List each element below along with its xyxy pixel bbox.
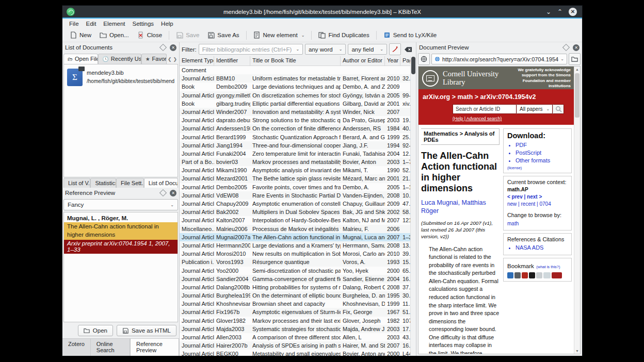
table-row[interactable]: Journal ArticleHerrmann2008Large deviati…: [180, 241, 411, 250]
download-postscript-link[interactable]: PostScript: [516, 149, 568, 157]
table-row[interactable]: Journal ArticleMikami1990Asymptotic anal…: [180, 166, 411, 174]
search-pdf-toggle-button[interactable]: [389, 43, 401, 55]
license-link[interactable]: (license): [507, 166, 568, 170]
save-button[interactable]: Save: [172, 30, 203, 40]
float-panel-icon[interactable]: [159, 189, 167, 196]
send-to-lyx-button[interactable]: Send to LyX/Kile: [379, 30, 441, 40]
col-identifier[interactable]: Identifier: [214, 56, 250, 65]
table-row[interactable]: Journal Articlegyongy.millet05On discret…: [180, 91, 411, 100]
table-row[interactable]: Journal ArticleDembo2005Favorite points,…: [180, 183, 411, 191]
open-external-button[interactable]: [418, 53, 430, 65]
table-row[interactable]: Journal ArticleWinder2007Innovation and …: [180, 108, 411, 116]
arxiv-breadcrumb[interactable]: arXiv.org > math > arXiv:0704.1954v2: [423, 93, 570, 101]
cornell-logo-text[interactable]: Cornell University Library: [443, 70, 498, 87]
table-row[interactable]: Journal ArticleJiang1994Three-and four-d…: [180, 141, 411, 150]
minimize-icon[interactable]: ⌄: [546, 9, 551, 15]
digg-icon[interactable]: [536, 272, 542, 278]
scroll-up-icon[interactable]: ▲: [574, 68, 580, 71]
table-row[interactable]: Comment: [180, 66, 411, 74]
webview-scrollbar-thumb[interactable]: [575, 73, 579, 118]
titlebar[interactable]: mendeley3.bib [/home/fish/git/kbibtex/te…: [62, 6, 582, 18]
tab-statistics[interactable]: Statistics: [90, 178, 116, 188]
arxiv-help-links[interactable]: (Help | Advanced search): [453, 116, 570, 121]
col-element-type[interactable]: Element Type: [180, 56, 214, 65]
tab-reference-preview[interactable]: Reference Preview: [130, 339, 179, 356]
tab-file-settings[interactable]: File Sett...: [116, 178, 144, 188]
table-row[interactable]: Journal ArticleMorosi2010New results on …: [180, 250, 411, 258]
close-panel-icon[interactable]: ✕: [573, 44, 579, 51]
citeulike-icon[interactable]: [507, 272, 513, 278]
arxiv-scope-select[interactable]: All papers ⌄: [517, 104, 553, 114]
table-row[interactable]: Bookgilbarg.truding...Elliptic partial d…: [180, 100, 411, 108]
table-row[interactable]: Journal ArticleBEGK00Metastability and s…: [180, 350, 411, 356]
col-year[interactable]: Year: [385, 56, 400, 65]
table-row[interactable]: Journal ArticleGlover1982Markov processe…: [180, 317, 411, 325]
new-recent-links[interactable]: new | recent | 0704: [507, 201, 568, 208]
paper-authors[interactable]: Luca Mugnai, Matthias Röger: [421, 199, 500, 216]
table-row[interactable]: Journal ArticleMezard2001The Bethe latti…: [180, 174, 411, 183]
filter-field-select[interactable]: any field ⌄: [348, 44, 387, 55]
table-row[interactable]: Part of a Bo...bovier03Markov processes …: [180, 158, 411, 166]
table-row[interactable]: Journal ArticleFix1967bAsymptotic eigenv…: [180, 308, 411, 316]
menu-settings[interactable]: Settings: [129, 20, 158, 28]
arxiv-search-input[interactable]: Search or Article ID: [453, 104, 517, 114]
prev-next-links[interactable]: < prev | next >: [507, 193, 568, 201]
table-row[interactable]: Journal ArticleKhoshnevisan1...Brownian …: [180, 300, 411, 308]
table-row[interactable]: Publication i...Voros1993Résurgence quan…: [180, 258, 411, 266]
table-row[interactable]: Journal ArticleYoo2000Semi-discretizatio…: [180, 267, 411, 275]
table-row[interactable]: Journal Articledaprato.debus...Strong so…: [180, 116, 411, 124]
table-row[interactable]: Journal ArticleFunaki2004Zero temperatur…: [180, 150, 411, 158]
table-row[interactable]: Journal ArticleKalton2007Interpolation o…: [180, 216, 411, 224]
table-row[interactable]: Journal ArticleChapuy2009Asymptotic enum…: [180, 200, 411, 208]
tab-recently-used[interactable]: 🕓 Recently Used: [98, 54, 141, 64]
tab-zotero[interactable]: Zotero: [62, 339, 91, 356]
col-pages[interactable]: Pages: [400, 56, 411, 65]
download-other-formats-link[interactable]: Other formats: [516, 157, 568, 164]
table-row[interactable]: Journal ArticleDalang2008bHitting probab…: [180, 283, 411, 291]
close-button[interactable]: Close: [133, 30, 166, 40]
table-row[interactable]: Journal ArticleHairer2007bAnalysis of SP…: [180, 341, 411, 350]
sciencewise-icon[interactable]: [552, 272, 562, 278]
tab-open-files[interactable]: 🗁 Open Files: [63, 54, 98, 64]
open-preview-button[interactable]: Open: [78, 325, 113, 336]
table-scrollbar[interactable]: [410, 56, 416, 356]
table-row[interactable]: Journal ArticleAllen2003A comparison of …: [180, 333, 411, 341]
table-row[interactable]: Miscellaneo...Malrieu2006Processus de Ma…: [180, 225, 411, 233]
webview-scrollbar[interactable]: ▲ ▼: [574, 67, 580, 354]
maximize-icon[interactable]: ⌃: [557, 9, 562, 15]
menu-file[interactable]: File: [66, 20, 83, 28]
table-row[interactable]: Journal ArticleAnderssen1984On the corre…: [180, 124, 411, 133]
new-button[interactable]: New: [66, 30, 95, 40]
file-item-mendeley3[interactable]: Σ mendeley3.bib /home/fish/git/kbibtex/t…: [67, 69, 174, 86]
table-scrollbar-thumb[interactable]: [411, 57, 415, 74]
menu-help[interactable]: Help: [157, 20, 177, 28]
clear-filter-button[interactable]: [403, 44, 414, 55]
bookmark-hint-link[interactable]: (what is this?): [536, 265, 560, 269]
col-author[interactable]: Author or Editor: [341, 56, 385, 65]
bibsonomy-icon[interactable]: [514, 272, 521, 278]
table-row[interactable]: Journal ArticleSandier2004Gamma-converge…: [180, 275, 411, 283]
table-row[interactable]: Journal ArticleBBM10Uniform estimates fo…: [180, 74, 411, 83]
nasa-ads-link[interactable]: NASA ADS: [516, 244, 568, 252]
scroll-down-icon[interactable]: ▼: [574, 349, 580, 353]
url-combobox[interactable]: http://arxiv.org/search?query=arXiv:0704…: [431, 54, 567, 64]
close-window-icon[interactable]: ✕: [569, 8, 577, 16]
download-pdf-link[interactable]: PDF: [516, 141, 568, 149]
close-panel-icon[interactable]: ✕: [170, 44, 176, 51]
delicious-icon[interactable]: [529, 272, 535, 278]
tab-favorites[interactable]: ★ Favori: [141, 54, 167, 64]
arxiv-search-button[interactable]: [553, 104, 564, 114]
new-element-button[interactable]: New element ⌄: [249, 30, 309, 40]
table-row[interactable]: Journal ArticleBak2002Multipliers in Dua…: [180, 208, 411, 216]
tab-list-of-values[interactable]: List of V...: [63, 178, 90, 188]
tab-online-search[interactable]: Online Search: [91, 339, 130, 356]
save-as-button[interactable]: Save As: [203, 30, 243, 40]
filter-word-mode-select[interactable]: any word ⌄: [305, 44, 346, 55]
reddit-icon[interactable]: [543, 272, 551, 278]
preview-style-select[interactable]: Fancy ⌄: [63, 199, 178, 210]
browse-math-link[interactable]: math: [507, 220, 568, 227]
mendeley-icon[interactable]: [522, 272, 528, 278]
save-as-html-button[interactable]: Save as HTML: [117, 325, 176, 336]
table-row[interactable]: BookDembo2009Large deviations techniques…: [180, 83, 411, 91]
filter-input[interactable]: Filter bibliographic entries (Ctrl+F) ⌄: [199, 44, 303, 55]
